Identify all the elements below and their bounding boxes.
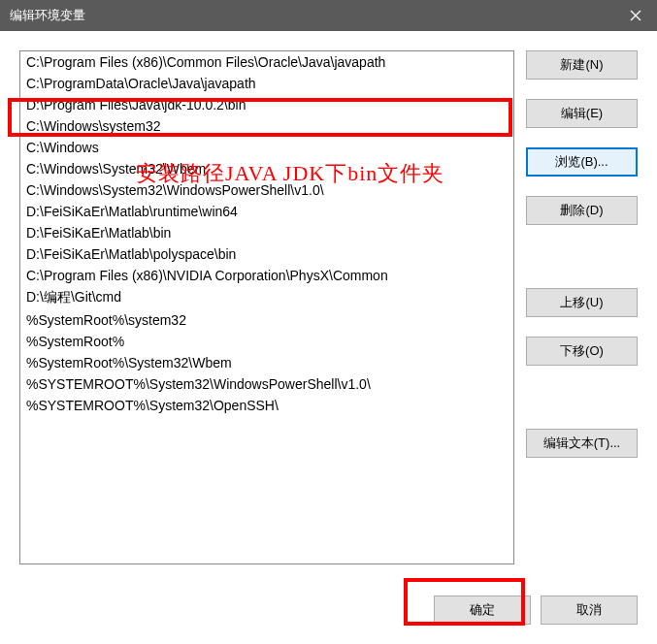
edittext-button[interactable]: 编辑文本(T)... [526, 429, 638, 458]
cancel-button[interactable]: 取消 [541, 596, 638, 625]
path-list[interactable]: C:\Program Files (x86)\Common Files\Orac… [19, 50, 514, 564]
ok-button[interactable]: 确定 [434, 596, 531, 625]
edit-button[interactable]: 编辑(E) [526, 99, 638, 128]
close-button[interactable] [613, 0, 657, 31]
list-item[interactable]: D:\FeiSiKaEr\Matlab\runtime\win64 [20, 201, 513, 222]
browse-button[interactable]: 浏览(B)... [526, 147, 638, 177]
list-item[interactable]: %SYSTEMROOT%\System32\WindowsPowerShell\… [20, 373, 513, 395]
list-item[interactable]: C:\Program Files (x86)\Common Files\Orac… [20, 51, 513, 73]
list-item[interactable]: D:\编程\Git\cmd [20, 286, 513, 309]
list-item[interactable]: D:\FeiSiKaEr\Matlab\polyspace\bin [20, 243, 513, 265]
list-item[interactable]: C:\Windows\system32 [20, 115, 513, 137]
list-item[interactable]: C:\Program Files (x86)\NVIDIA Corporatio… [20, 265, 513, 286]
list-item[interactable]: %SystemRoot%\System32\Wbem [20, 352, 513, 373]
list-item[interactable]: %SystemRoot%\system32 [20, 309, 513, 331]
dialog-body: C:\Program Files (x86)\Common Files\Orac… [0, 31, 657, 644]
movedown-button[interactable]: 下移(O) [526, 337, 638, 366]
list-item[interactable]: %SYSTEMROOT%\System32\OpenSSH\ [20, 395, 513, 416]
new-button[interactable]: 新建(N) [526, 50, 638, 80]
close-icon [630, 10, 641, 21]
moveup-button[interactable]: 上移(U) [526, 288, 638, 317]
list-item[interactable]: D:\Program Files\Java\jdk-10.0.2\bin [20, 94, 513, 115]
titlebar: 编辑环境变量 [0, 0, 657, 31]
list-item[interactable]: C:\Windows\System32\WindowsPowerShell\v1… [20, 179, 513, 201]
delete-button[interactable]: 删除(D) [526, 196, 638, 225]
list-item[interactable]: D:\FeiSiKaEr\Matlab\bin [20, 222, 513, 243]
list-item[interactable]: C:\Windows [20, 137, 513, 158]
list-item[interactable]: C:\ProgramData\Oracle\Java\javapath [20, 73, 513, 94]
buttons-column: 新建(N) 编辑(E) 浏览(B)... 删除(D) 上移(U) 下移(O) 编… [526, 50, 638, 625]
window-title: 编辑环境变量 [10, 7, 85, 24]
footer-buttons: 确定 取消 [434, 596, 638, 625]
list-item[interactable]: %SystemRoot% [20, 331, 513, 352]
list-item[interactable]: C:\Windows\System32\Wbem [20, 158, 513, 179]
